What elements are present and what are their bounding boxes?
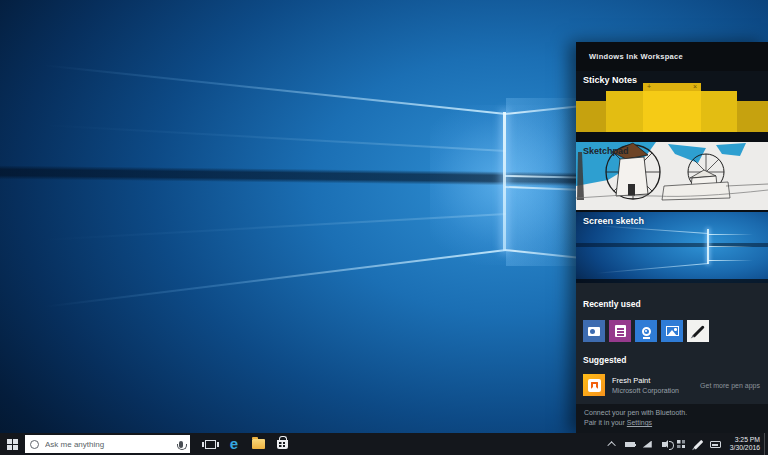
speaker-icon (662, 442, 666, 447)
camera-app-icon[interactable] (635, 320, 657, 342)
cortana-search-box[interactable] (25, 435, 190, 453)
cortana-icon (30, 440, 39, 449)
clock[interactable]: 3:25 PM 3/30/2016 (724, 436, 764, 453)
battery-tray-button[interactable] (622, 433, 639, 455)
wallpaper-beam (3, 60, 506, 115)
microphone-icon[interactable] (179, 441, 183, 448)
settings-link[interactable]: Settings (627, 419, 652, 426)
mini-taskbar-strip (576, 279, 768, 283)
mini-wallpaper-beam (576, 263, 708, 276)
sketchpad-label: Sketchpad (583, 146, 629, 156)
add-note-icon: + (647, 83, 651, 91)
screen-sketch-tile[interactable]: Screen sketch (576, 212, 768, 283)
store-button[interactable] (270, 433, 294, 455)
folder-icon (252, 439, 265, 449)
store-bag-icon (277, 440, 288, 449)
chevron-up-icon (608, 441, 616, 449)
close-note-icon: × (693, 83, 697, 91)
onenote-app-icon[interactable] (609, 320, 631, 342)
sketchpad-tile[interactable]: Sketchpad (576, 142, 768, 210)
suggested-label: Suggested (583, 355, 768, 365)
mini-wallpaper-line (708, 246, 753, 247)
get-more-pen-apps-link[interactable]: Get more pen apps (700, 382, 760, 389)
suggested-app-row[interactable]: Fresh Paint Microsoft Corporation Get mo… (583, 374, 768, 396)
photos-app-glyph (666, 326, 679, 336)
drawing-pen-app-icon[interactable] (687, 320, 709, 342)
paint-swoosh-icon (591, 382, 598, 389)
battery-icon (625, 442, 635, 447)
volume-tray-button[interactable] (656, 433, 673, 455)
wallpaper-beam (4, 249, 506, 313)
windows-logo-icon (7, 439, 18, 450)
panel-body: Recently used Suggested Fresh Paint Micr… (576, 299, 768, 396)
panel-title: Windows Ink Workspace (589, 52, 683, 61)
windows-ink-workspace-button[interactable] (690, 433, 707, 455)
search-input[interactable] (39, 440, 179, 449)
windows-ink-workspace-panel: Windows Ink Workspace Sticky Notes + × S… (576, 42, 768, 433)
system-tray: 3:25 PM 3/30/2016 (605, 433, 768, 455)
sticky-notes-tile[interactable]: Sticky Notes + × (576, 71, 768, 132)
fresh-paint-glyph (588, 379, 601, 392)
sticky-note-toolbar: + × (643, 83, 701, 91)
wallpaper-window-logo-line (503, 112, 506, 251)
onenote-app-glyph (615, 325, 626, 337)
task-view-icon (205, 440, 216, 449)
panel-footer: Connect your pen with Bluetooth. Pair it… (576, 404, 768, 433)
tray-date: 3/30/2016 (730, 444, 760, 453)
keyboard-icon (710, 441, 721, 448)
sticky-note: + × (643, 83, 701, 132)
pen-icon (693, 439, 703, 449)
recently-used-apps (583, 320, 768, 342)
mail-app-icon[interactable] (583, 320, 605, 342)
photos-app-icon[interactable] (661, 320, 683, 342)
sticky-note (576, 101, 606, 132)
suggested-app-publisher: Microsoft Corporation (612, 387, 679, 394)
screen-sketch-label: Screen sketch (583, 216, 644, 226)
screen: Windows Ink Workspace Sticky Notes + × S… (0, 0, 768, 455)
recently-used-label: Recently used (583, 299, 768, 309)
bluetooth-hint-line1: Connect your pen with Bluetooth. (584, 408, 760, 418)
sticky-note (737, 101, 768, 132)
taskbar: e 3:25 PM 3/30/2016 (0, 433, 768, 455)
drawing-pen-glyph (692, 325, 705, 338)
mini-wallpaper-line (708, 260, 753, 261)
grid-icon (677, 440, 685, 448)
touch-keyboard-button[interactable] (707, 433, 724, 455)
network-tray-button[interactable] (639, 433, 656, 455)
hidden-icons-chevron[interactable] (605, 433, 622, 455)
sticky-note (606, 91, 643, 132)
mail-app-glyph (588, 327, 600, 336)
show-desktop-button[interactable] (764, 433, 768, 455)
fresh-paint-app-icon (583, 374, 605, 396)
mini-wallpaper-line (708, 234, 753, 235)
start-button[interactable] (0, 433, 25, 455)
suggested-app-info: Fresh Paint Microsoft Corporation (612, 376, 679, 394)
input-indicator-button[interactable] (673, 433, 690, 455)
camera-app-glyph (642, 327, 651, 336)
panel-header: Windows Ink Workspace (576, 42, 768, 71)
network-icon (643, 441, 652, 448)
task-view-button[interactable] (198, 433, 222, 455)
section-divider (576, 132, 768, 142)
sticky-note (701, 91, 737, 132)
file-explorer-button[interactable] (246, 433, 270, 455)
tray-time: 3:25 PM (730, 436, 760, 445)
suggested-app-name: Fresh Paint (612, 376, 679, 385)
bluetooth-hint-line2: Pair it in your Settings (584, 418, 760, 428)
sticky-notes-label: Sticky Notes (583, 75, 637, 85)
edge-browser-button[interactable]: e (222, 433, 246, 455)
